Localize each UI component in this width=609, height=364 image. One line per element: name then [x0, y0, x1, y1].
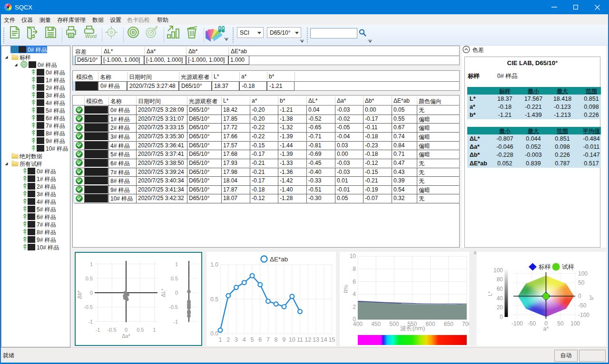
- svg-text:50: 50: [578, 279, 585, 286]
- svg-text:15: 15: [329, 336, 335, 343]
- svg-text:4: 4: [243, 336, 246, 343]
- svg-text:-50: -50: [528, 320, 536, 327]
- svg-text:500: 500: [389, 321, 399, 327]
- svg-text:0: 0: [125, 327, 128, 333]
- svg-text:试样: 试样: [562, 263, 574, 270]
- svg-text:1: 1: [175, 261, 178, 267]
- svg-text:10: 10: [350, 253, 356, 259]
- svg-text:R%: R%: [343, 285, 349, 293]
- svg-text:b*: b*: [589, 295, 594, 300]
- svg-text:0: 0: [578, 293, 581, 299]
- svg-text:ΔE*ab: ΔE*ab: [270, 256, 288, 263]
- svg-text:0.5: 0.5: [210, 296, 218, 303]
- svg-text:450: 450: [371, 321, 381, 327]
- svg-text:80: 80: [497, 276, 503, 283]
- svg-text:1: 1: [90, 261, 93, 267]
- svg-text:9: 9: [283, 336, 286, 343]
- svg-text:3: 3: [235, 336, 238, 343]
- svg-text:8: 8: [275, 336, 278, 343]
- svg-text:0: 0: [175, 290, 178, 296]
- svg-text:2: 2: [226, 336, 230, 343]
- svg-text:100: 100: [578, 270, 588, 277]
- svg-text:0.5: 0.5: [171, 276, 178, 281]
- svg-text:-50: -50: [578, 302, 587, 309]
- svg-text:12: 12: [304, 336, 311, 343]
- svg-text:Δa*: Δa*: [122, 333, 130, 339]
- svg-text:1: 1: [219, 336, 222, 343]
- svg-text:20: 20: [497, 304, 503, 311]
- svg-text:7: 7: [266, 336, 270, 343]
- svg-text:-0.5: -0.5: [84, 304, 93, 310]
- svg-text:11: 11: [297, 336, 303, 343]
- svg-text:0.5: 0.5: [86, 276, 93, 281]
- svg-text:-100: -100: [578, 312, 589, 318]
- svg-text:6: 6: [258, 336, 262, 343]
- svg-text:-1: -1: [88, 319, 93, 325]
- svg-text:波长(nm): 波长(nm): [400, 325, 425, 332]
- svg-text:14: 14: [321, 336, 327, 343]
- svg-text:-100: -100: [511, 320, 523, 327]
- svg-text:0.5: 0.5: [137, 327, 144, 333]
- svg-text:标样: 标样: [539, 263, 551, 270]
- svg-text:L*: L*: [487, 291, 493, 296]
- svg-text:Δb*: Δb*: [77, 290, 82, 298]
- svg-text:10: 10: [289, 336, 295, 343]
- svg-text:0: 0: [500, 314, 503, 320]
- svg-text:2: 2: [353, 304, 356, 310]
- svg-text:6: 6: [353, 278, 356, 285]
- svg-text:1: 1: [153, 327, 156, 333]
- svg-text:4: 4: [353, 291, 356, 297]
- svg-text:40: 40: [497, 295, 503, 302]
- svg-text:0: 0: [90, 290, 93, 296]
- svg-text:1.0: 1.0: [210, 261, 218, 268]
- svg-text:600: 600: [426, 321, 435, 327]
- svg-text:50: 50: [557, 320, 564, 327]
- svg-text:400: 400: [353, 321, 363, 327]
- svg-text:5: 5: [251, 336, 254, 343]
- svg-text:700: 700: [462, 321, 469, 327]
- svg-text:ΔL*: ΔL*: [160, 288, 166, 297]
- svg-text:0.0: 0.0: [210, 330, 218, 337]
- svg-text:-1: -1: [173, 319, 178, 325]
- svg-text:8: 8: [353, 266, 356, 272]
- svg-text:-0.5: -0.5: [169, 304, 178, 310]
- svg-text:650: 650: [444, 321, 453, 327]
- svg-text:100: 100: [570, 320, 580, 327]
- svg-text:13: 13: [313, 336, 319, 343]
- svg-text:Word: Word: [85, 34, 97, 39]
- svg-text:a*: a*: [543, 326, 549, 332]
- svg-text:-1: -1: [96, 327, 100, 333]
- svg-text:-0.5: -0.5: [108, 327, 117, 333]
- svg-text:100: 100: [493, 267, 503, 274]
- svg-text:60: 60: [497, 286, 503, 292]
